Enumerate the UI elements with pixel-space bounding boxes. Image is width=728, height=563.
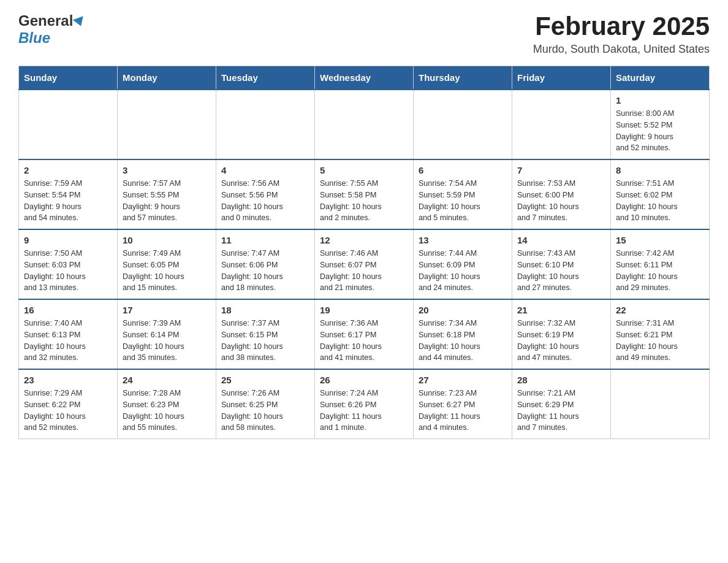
day-cell [19,90,118,159]
weekday-friday: Friday [512,66,611,90]
day-info: Sunrise: 7:32 AM Sunset: 6:19 PM Dayligh… [517,318,605,364]
day-info: Sunrise: 7:24 AM Sunset: 6:26 PM Dayligh… [320,388,408,434]
day-cell: 2Sunrise: 7:59 AM Sunset: 5:54 PM Daylig… [19,159,118,229]
day-number: 10 [123,235,211,245]
weekday-thursday: Thursday [414,66,512,90]
day-info: Sunrise: 7:57 AM Sunset: 5:55 PM Dayligh… [123,178,211,224]
day-info: Sunrise: 7:23 AM Sunset: 6:27 PM Dayligh… [419,388,507,434]
day-info: Sunrise: 7:34 AM Sunset: 6:18 PM Dayligh… [419,318,507,364]
day-number: 22 [616,305,704,315]
week-row-4: 16Sunrise: 7:40 AM Sunset: 6:13 PM Dayli… [19,299,710,369]
day-number: 24 [123,375,211,385]
day-info: Sunrise: 7:51 AM Sunset: 6:02 PM Dayligh… [616,178,704,224]
day-cell: 11Sunrise: 7:47 AM Sunset: 6:06 PM Dayli… [216,229,315,299]
day-cell [611,369,710,439]
day-info: Sunrise: 7:31 AM Sunset: 6:21 PM Dayligh… [616,318,704,364]
day-info: Sunrise: 7:59 AM Sunset: 5:54 PM Dayligh… [24,178,112,224]
day-number: 14 [517,235,605,245]
day-info: Sunrise: 7:53 AM Sunset: 6:00 PM Dayligh… [517,178,605,224]
day-number: 27 [419,375,507,385]
day-number: 3 [123,165,211,175]
day-info: Sunrise: 7:40 AM Sunset: 6:13 PM Dayligh… [24,318,112,364]
day-cell: 8Sunrise: 7:51 AM Sunset: 6:02 PM Daylig… [611,159,710,229]
day-cell: 15Sunrise: 7:42 AM Sunset: 6:11 PM Dayli… [611,229,710,299]
day-info: Sunrise: 7:49 AM Sunset: 6:05 PM Dayligh… [123,248,211,294]
week-row-1: 1Sunrise: 8:00 AM Sunset: 5:52 PM Daylig… [19,90,710,159]
day-number: 26 [320,375,408,385]
day-number: 5 [320,165,408,175]
day-number: 4 [221,165,309,175]
day-number: 16 [24,305,112,315]
day-cell: 24Sunrise: 7:28 AM Sunset: 6:23 PM Dayli… [118,369,216,439]
day-cell: 9Sunrise: 7:50 AM Sunset: 6:03 PM Daylig… [19,229,118,299]
title-section: February 2025 Murdo, South Dakota, Unite… [533,12,710,56]
day-cell: 12Sunrise: 7:46 AM Sunset: 6:07 PM Dayli… [315,229,414,299]
day-info: Sunrise: 7:43 AM Sunset: 6:10 PM Dayligh… [517,248,605,294]
day-number: 20 [419,305,507,315]
day-info: Sunrise: 7:37 AM Sunset: 6:15 PM Dayligh… [221,318,309,364]
calendar-subtitle: Murdo, South Dakota, United States [533,43,710,56]
day-info: Sunrise: 7:39 AM Sunset: 6:14 PM Dayligh… [123,318,211,364]
day-cell [216,90,315,159]
day-cell [414,90,512,159]
day-info: Sunrise: 7:55 AM Sunset: 5:58 PM Dayligh… [320,178,408,224]
day-info: Sunrise: 7:21 AM Sunset: 6:29 PM Dayligh… [517,388,605,434]
weekday-wednesday: Wednesday [315,66,414,90]
calendar-title: February 2025 [533,12,710,40]
day-number: 18 [221,305,309,315]
day-number: 28 [517,375,605,385]
day-cell: 26Sunrise: 7:24 AM Sunset: 6:26 PM Dayli… [315,369,414,439]
day-cell: 4Sunrise: 7:56 AM Sunset: 5:56 PM Daylig… [216,159,315,229]
day-number: 13 [419,235,507,245]
week-row-3: 9Sunrise: 7:50 AM Sunset: 6:03 PM Daylig… [19,229,710,299]
day-number: 25 [221,375,309,385]
weekday-monday: Monday [118,66,216,90]
day-cell: 3Sunrise: 7:57 AM Sunset: 5:55 PM Daylig… [118,159,216,229]
day-cell: 1Sunrise: 8:00 AM Sunset: 5:52 PM Daylig… [611,90,710,159]
weekday-saturday: Saturday [611,66,710,90]
day-number: 17 [123,305,211,315]
day-cell: 23Sunrise: 7:29 AM Sunset: 6:22 PM Dayli… [19,369,118,439]
day-info: Sunrise: 7:47 AM Sunset: 6:06 PM Dayligh… [221,248,309,294]
day-number: 8 [616,165,704,175]
day-cell: 6Sunrise: 7:54 AM Sunset: 5:59 PM Daylig… [414,159,512,229]
day-cell [315,90,414,159]
day-cell: 25Sunrise: 7:26 AM Sunset: 6:25 PM Dayli… [216,369,315,439]
day-info: Sunrise: 7:54 AM Sunset: 5:59 PM Dayligh… [419,178,507,224]
weekday-header-row: SundayMondayTuesdayWednesdayThursdayFrid… [19,66,710,90]
day-cell: 7Sunrise: 7:53 AM Sunset: 6:00 PM Daylig… [512,159,611,229]
weekday-sunday: Sunday [19,66,118,90]
day-cell: 10Sunrise: 7:49 AM Sunset: 6:05 PM Dayli… [118,229,216,299]
day-cell: 21Sunrise: 7:32 AM Sunset: 6:19 PM Dayli… [512,299,611,369]
day-cell: 28Sunrise: 7:21 AM Sunset: 6:29 PM Dayli… [512,369,611,439]
day-cell: 17Sunrise: 7:39 AM Sunset: 6:14 PM Dayli… [118,299,216,369]
logo-blue: Blue [18,29,50,47]
day-cell [512,90,611,159]
day-cell: 19Sunrise: 7:36 AM Sunset: 6:17 PM Dayli… [315,299,414,369]
day-cell [118,90,216,159]
day-cell: 22Sunrise: 7:31 AM Sunset: 6:21 PM Dayli… [611,299,710,369]
day-cell: 18Sunrise: 7:37 AM Sunset: 6:15 PM Dayli… [216,299,315,369]
day-cell: 27Sunrise: 7:23 AM Sunset: 6:27 PM Dayli… [414,369,512,439]
week-row-2: 2Sunrise: 7:59 AM Sunset: 5:54 PM Daylig… [19,159,710,229]
day-info: Sunrise: 8:00 AM Sunset: 5:52 PM Dayligh… [616,108,704,154]
day-number: 23 [24,375,112,385]
day-info: Sunrise: 7:50 AM Sunset: 6:03 PM Dayligh… [24,248,112,294]
day-number: 2 [24,165,112,175]
day-number: 6 [419,165,507,175]
day-number: 12 [320,235,408,245]
day-number: 21 [517,305,605,315]
day-cell: 5Sunrise: 7:55 AM Sunset: 5:58 PM Daylig… [315,159,414,229]
week-row-5: 23Sunrise: 7:29 AM Sunset: 6:22 PM Dayli… [19,369,710,439]
day-cell: 14Sunrise: 7:43 AM Sunset: 6:10 PM Dayli… [512,229,611,299]
day-number: 19 [320,305,408,315]
day-info: Sunrise: 7:56 AM Sunset: 5:56 PM Dayligh… [221,178,309,224]
day-cell: 16Sunrise: 7:40 AM Sunset: 6:13 PM Dayli… [19,299,118,369]
day-info: Sunrise: 7:42 AM Sunset: 6:11 PM Dayligh… [616,248,704,294]
day-info: Sunrise: 7:44 AM Sunset: 6:09 PM Dayligh… [419,248,507,294]
day-number: 9 [24,235,112,245]
logo: General Blue [18,12,85,47]
day-info: Sunrise: 7:29 AM Sunset: 6:22 PM Dayligh… [24,388,112,434]
logo-general: General [18,12,73,29]
day-info: Sunrise: 7:26 AM Sunset: 6:25 PM Dayligh… [221,388,309,434]
